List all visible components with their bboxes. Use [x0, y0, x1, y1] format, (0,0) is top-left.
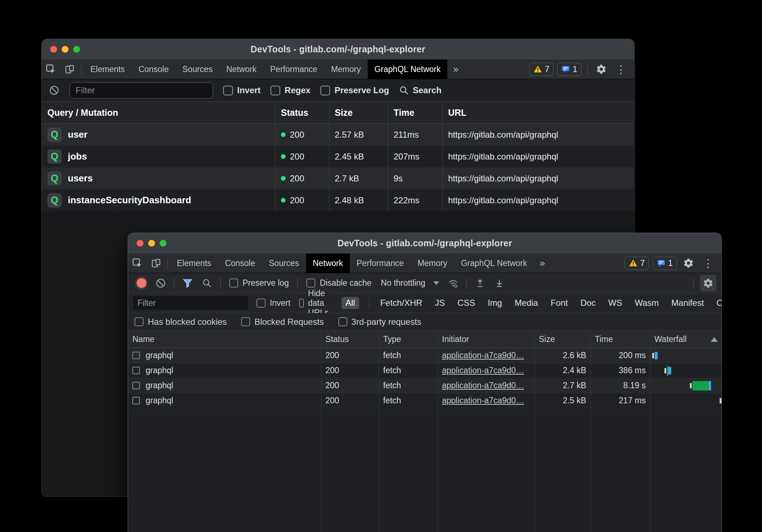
invert-checkbox-row[interactable]: Invert — [223, 85, 260, 95]
has-blocked-cookies-checkbox[interactable] — [135, 317, 144, 326]
search-control[interactable]: Search — [399, 85, 441, 95]
waterfall-cell[interactable] — [650, 393, 721, 408]
request-row[interactable]: graphql 200 fetch application-a7ca9d0… 2… — [128, 378, 721, 393]
chip-js[interactable]: JS — [433, 297, 446, 309]
clear-icon[interactable] — [152, 275, 169, 291]
waterfall-cell[interactable] — [650, 378, 721, 393]
export-har-icon[interactable] — [491, 275, 508, 291]
column-divider[interactable] — [321, 331, 321, 532]
device-toolbar-icon[interactable] — [147, 253, 165, 273]
tab-graphql-network[interactable]: GraphQL Network — [368, 60, 448, 79]
network-conditions-icon[interactable] — [445, 275, 461, 291]
titlebar[interactable]: DevTools - gitlab.com/-/graphql-explorer — [42, 39, 634, 60]
issues-badge[interactable]: 1 — [653, 257, 677, 270]
table-row[interactable]: Q jobs 200 2.45 kB 207ms https://gitlab.… — [42, 146, 634, 167]
column-divider[interactable] — [438, 331, 438, 532]
chip-fetch-xhr[interactable]: Fetch/XHR — [379, 297, 424, 309]
warnings-badge[interactable]: 7 — [625, 257, 649, 270]
kebab-menu-icon[interactable]: ⋮ — [613, 63, 629, 76]
column-divider[interactable] — [275, 102, 276, 211]
chip-media[interactable]: Media — [513, 297, 539, 309]
tab-sources[interactable]: Sources — [262, 253, 306, 273]
chip-other[interactable]: Other — [715, 297, 722, 309]
tab-network[interactable]: Network — [306, 253, 350, 273]
initiator-link[interactable]: application-a7ca9d0… — [442, 351, 524, 360]
column-header-query-mutation[interactable]: Query / Mutation — [42, 102, 275, 123]
column-header-initiator[interactable]: Initiator — [438, 331, 535, 348]
column-divider[interactable] — [379, 331, 379, 532]
tab-console[interactable]: Console — [132, 60, 175, 79]
column-header-size[interactable]: Size — [329, 102, 388, 123]
tab-performance[interactable]: Performance — [350, 253, 411, 273]
row-checkbox[interactable] — [132, 397, 140, 404]
inspect-element-icon[interactable] — [42, 60, 60, 79]
table-header-row[interactable]: Name Status Type Initiator Size Time Wat… — [128, 331, 721, 348]
zoom-window-button[interactable] — [160, 240, 166, 247]
third-party-requests-checkbox[interactable] — [338, 317, 347, 326]
tab-console[interactable]: Console — [218, 253, 262, 273]
blocked-requests-checkbox[interactable] — [241, 317, 250, 326]
column-header-status[interactable]: Status — [275, 102, 329, 123]
tab-elements[interactable]: Elements — [84, 60, 132, 79]
column-header-time[interactable]: Time — [388, 102, 442, 123]
invert-checkbox[interactable] — [223, 86, 233, 95]
blocked-requests-row[interactable]: Blocked Requests — [241, 317, 324, 327]
minimize-window-button[interactable] — [62, 46, 69, 53]
preserve-log-checkbox[interactable] — [229, 279, 238, 288]
row-checkbox[interactable] — [132, 382, 140, 389]
settings-gear-icon[interactable] — [681, 255, 696, 271]
column-divider[interactable] — [329, 102, 329, 211]
chip-ws[interactable]: WS — [607, 297, 624, 309]
tab-memory[interactable]: Memory — [411, 253, 454, 273]
initiator-link[interactable]: application-a7ca9d0… — [442, 366, 524, 375]
disable-cache-row[interactable]: Disable cache — [306, 278, 371, 288]
zoom-window-button[interactable] — [73, 46, 80, 53]
column-header-url[interactable]: URL — [442, 102, 634, 123]
column-header-status[interactable]: Status — [321, 331, 379, 348]
issues-badge[interactable]: 1 — [557, 63, 582, 76]
throttling-dropdown[interactable]: No throttling — [378, 278, 442, 288]
preserve-log-checkbox[interactable] — [320, 86, 330, 95]
waterfall-cell[interactable] — [650, 363, 721, 378]
column-divider[interactable] — [388, 102, 388, 211]
tab-graphql-network[interactable]: GraphQL Network — [454, 253, 534, 273]
network-settings-gear-icon[interactable] — [700, 275, 716, 291]
tab-elements[interactable]: Elements — [170, 253, 218, 273]
device-toolbar-icon[interactable] — [60, 60, 79, 79]
more-tabs-icon[interactable]: » — [447, 64, 464, 75]
chip-css[interactable]: CSS — [456, 297, 476, 309]
warnings-badge[interactable]: 7 — [529, 63, 554, 76]
regex-checkbox[interactable] — [271, 86, 280, 95]
request-row[interactable]: graphql 200 fetch application-a7ca9d0… 2… — [128, 363, 721, 378]
column-header-type[interactable]: Type — [379, 331, 438, 348]
row-checkbox[interactable] — [132, 352, 140, 359]
tab-network[interactable]: Network — [220, 60, 263, 79]
table-header-row[interactable]: Query / Mutation Status Size Time URL — [42, 102, 634, 124]
column-header-waterfall[interactable]: Waterfall — [650, 331, 721, 348]
column-header-name[interactable]: Name — [128, 331, 321, 348]
preserve-log-checkbox-row[interactable]: Preserve Log — [320, 85, 389, 95]
network-filter-input[interactable] — [133, 296, 248, 310]
table-row[interactable]: Q user 200 2.57 kB 211ms https://gitlab.… — [42, 124, 634, 146]
table-row[interactable]: Q instanceSecurityDashboard 200 2.48 kB … — [42, 189, 634, 211]
import-har-icon[interactable] — [472, 275, 488, 291]
chip-wasm[interactable]: Wasm — [633, 297, 660, 309]
tab-memory[interactable]: Memory — [324, 60, 368, 79]
chip-font[interactable]: Font — [549, 297, 569, 309]
column-header-time[interactable]: Time — [591, 331, 650, 348]
close-window-button[interactable] — [50, 46, 57, 53]
filter-input[interactable] — [70, 82, 213, 99]
row-checkbox[interactable] — [132, 367, 140, 374]
column-divider[interactable] — [442, 102, 443, 211]
invert-checkbox[interactable] — [257, 299, 265, 308]
preserve-log-row[interactable]: Preserve log — [229, 278, 289, 288]
chip-img[interactable]: Img — [486, 297, 503, 309]
table-row[interactable]: Q users 200 2.7 kB 9s https://gitlab.com… — [42, 167, 634, 189]
chip-manifest[interactable]: Manifest — [670, 297, 705, 309]
request-row[interactable]: graphql 200 fetch application-a7ca9d0… 2… — [128, 348, 721, 363]
more-tabs-icon[interactable]: » — [534, 258, 551, 269]
filter-funnel-icon[interactable] — [179, 275, 196, 291]
kebab-menu-icon[interactable]: ⋮ — [700, 257, 716, 270]
third-party-requests-row[interactable]: 3rd-party requests — [338, 317, 422, 327]
inspect-element-icon[interactable] — [128, 253, 147, 273]
